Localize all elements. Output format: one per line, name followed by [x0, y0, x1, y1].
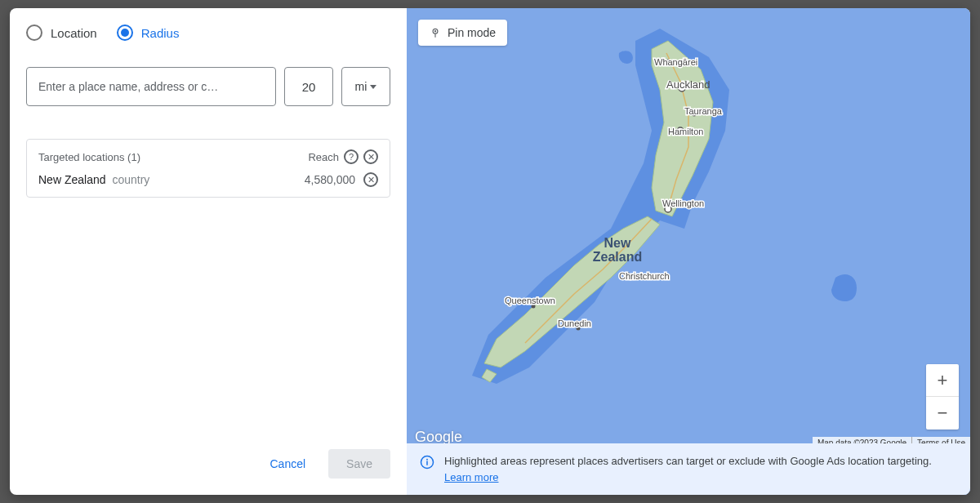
targeted-header: Targeted locations (1) Reach: [38, 149, 378, 164]
dialog-footer: Cancel Save: [26, 439, 390, 479]
city-tauranga: Tauranga: [684, 106, 723, 116]
radius-input-row: Enter a place name, address or c… 20 mi: [26, 67, 390, 106]
targeted-row-right: 4,580,000: [305, 172, 378, 187]
city-dunedin: Dunedin: [558, 318, 591, 328]
location-dialog: Location Radius Enter a place name, addr…: [10, 8, 970, 495]
city-queenstown: Queenstown: [505, 296, 555, 305]
unit-select[interactable]: mi: [341, 67, 390, 106]
pin-mode-label: Pin mode: [448, 26, 496, 39]
map-panel: Whangārei Whangārei Auckland Auckland Ta…: [407, 8, 970, 495]
left-panel: Location Radius Enter a place name, addr…: [10, 8, 407, 495]
map-canvas[interactable]: Whangārei Whangārei Auckland Auckland Ta…: [407, 8, 970, 495]
mode-radio-group: Location Radius: [26, 24, 390, 41]
city-whangarei: Whangārei: [654, 57, 697, 67]
radio-radius[interactable]: Radius: [117, 24, 180, 41]
info-text-wrap: Highlighted areas represent places adver…: [444, 453, 957, 485]
reach-label: Reach: [308, 151, 339, 163]
place-input-placeholder: Enter a place name, address or c…: [38, 80, 264, 93]
svg-point-22: [426, 459, 428, 461]
city-wellington: Wellington: [662, 198, 704, 208]
save-button: Save: [328, 449, 390, 479]
zoom-controls: + −: [926, 364, 959, 430]
remove-all-icon[interactable]: [363, 149, 378, 164]
country-label: Zealand: [593, 250, 642, 264]
learn-more-link[interactable]: Learn more: [444, 471, 498, 483]
city-auckland: Auckland: [666, 78, 710, 91]
radius-value-text: 20: [302, 80, 316, 94]
reach-value: 4,580,000: [305, 173, 355, 186]
pin-mode-button[interactable]: Pin mode: [418, 20, 507, 46]
radio-unchecked-icon: [26, 24, 42, 41]
place-input[interactable]: Enter a place name, address or c…: [26, 67, 276, 106]
zoom-out-button[interactable]: −: [926, 397, 959, 430]
city-hamilton: Hamilton: [668, 127, 703, 136]
targeted-row: New Zealand country 4,580,000: [38, 172, 378, 187]
cancel-button[interactable]: Cancel: [260, 449, 315, 479]
radio-radius-label: Radius: [141, 26, 180, 40]
pin-icon: [430, 27, 441, 38]
info-icon: [420, 455, 434, 470]
svg-rect-23: [426, 461, 428, 465]
unit-label: mi: [355, 80, 368, 93]
radio-location[interactable]: Location: [26, 24, 97, 41]
targeted-location-name: New Zealand: [38, 173, 106, 186]
help-icon[interactable]: [344, 149, 359, 164]
info-text: Highlighted areas represent places adver…: [444, 455, 932, 467]
zoom-in-button[interactable]: +: [926, 364, 959, 397]
svg-point-19: [434, 30, 436, 32]
radio-checked-icon: [117, 24, 133, 41]
radius-value-input[interactable]: 20: [284, 67, 333, 106]
chevron-down-icon: [370, 85, 376, 89]
remove-icon[interactable]: [363, 172, 378, 187]
info-banner: Highlighted areas represent places adver…: [407, 443, 970, 495]
targeted-locations-box: Targeted locations (1) Reach New Zealand…: [26, 139, 390, 198]
radio-location-label: Location: [51, 26, 97, 40]
svg-text:New: New: [604, 236, 631, 250]
city-christchurch: Christchurch: [619, 271, 670, 281]
targeted-header-label: Targeted locations (1): [38, 151, 140, 163]
reach-header: Reach: [308, 149, 378, 164]
targeted-location-type: country: [112, 173, 149, 186]
targeted-location-cell: New Zealand country: [38, 173, 149, 186]
